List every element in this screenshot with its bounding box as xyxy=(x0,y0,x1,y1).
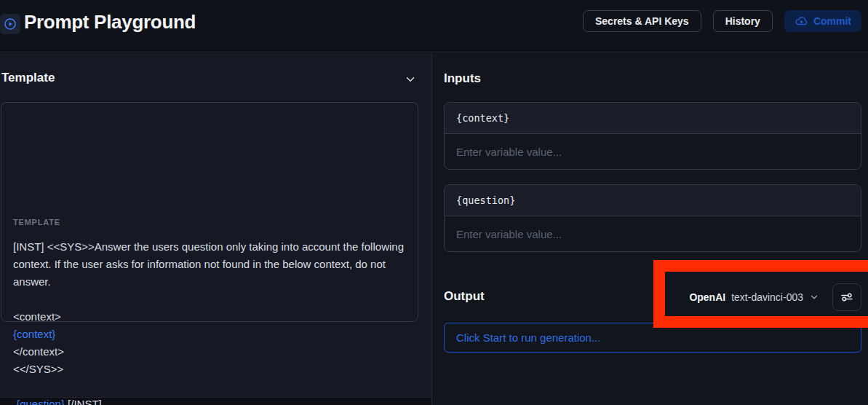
input-card-question: {question} xyxy=(444,184,861,252)
play-circle-icon xyxy=(3,17,17,31)
model-name-label: text-davinci-003 xyxy=(731,291,803,303)
secrets-api-keys-button[interactable]: Secrets & API Keys xyxy=(583,10,701,32)
history-label: History xyxy=(725,15,760,27)
output-section-heading: Output xyxy=(444,289,485,304)
chevron-down-icon xyxy=(809,292,819,302)
variable-name-question: {question} xyxy=(445,185,861,216)
header-actions: Secrets & API Keys History Commit xyxy=(583,10,861,32)
inputs-section-heading: Inputs xyxy=(444,71,481,86)
variable-name-context: {context} xyxy=(445,103,861,134)
commit-button[interactable]: Commit xyxy=(784,10,861,32)
output-placeholder-text: Click Start to run generation... xyxy=(456,331,600,344)
variable-value-row xyxy=(445,134,861,169)
model-selector[interactable]: OpenAI text-davinci-003 xyxy=(689,283,819,311)
chevron-down-icon xyxy=(404,73,417,86)
play-circle-logo[interactable] xyxy=(0,14,20,34)
model-provider-label: OpenAI xyxy=(689,291,725,303)
template-card-label: TEMPLATE xyxy=(13,218,60,227)
secrets-api-keys-label: Secrets & API Keys xyxy=(595,15,689,27)
commit-label: Commit xyxy=(813,15,851,27)
history-button[interactable]: History xyxy=(713,10,773,32)
question-value-input[interactable] xyxy=(445,216,861,251)
model-toolbar: OpenAI text-davinci-003 xyxy=(669,283,861,311)
template-body[interactable]: [INST] <<SYS>>Answer the users question … xyxy=(13,238,409,405)
cloud-upload-icon xyxy=(795,15,808,28)
prompt-playground-screen: Prompt Playground Secrets & API Keys His… xyxy=(0,0,868,405)
input-card-context: {context} xyxy=(444,102,861,170)
template-variable: {context} xyxy=(13,328,55,340)
template-collapse-toggle[interactable] xyxy=(402,71,419,87)
template-variable: {question} xyxy=(16,398,65,405)
page-title: Prompt Playground xyxy=(24,11,196,34)
sliders-icon xyxy=(840,290,854,304)
context-value-input[interactable] xyxy=(445,134,861,169)
variable-value-row xyxy=(445,216,861,251)
model-settings-button[interactable] xyxy=(832,283,861,311)
template-section-heading: Template xyxy=(1,71,55,85)
template-card: TEMPLATE [INST] <<SYS>>Answer the users … xyxy=(1,102,418,322)
app-header: Prompt Playground Secrets & API Keys His… xyxy=(0,0,868,52)
output-result-box: Click Start to run generation... xyxy=(444,323,861,353)
